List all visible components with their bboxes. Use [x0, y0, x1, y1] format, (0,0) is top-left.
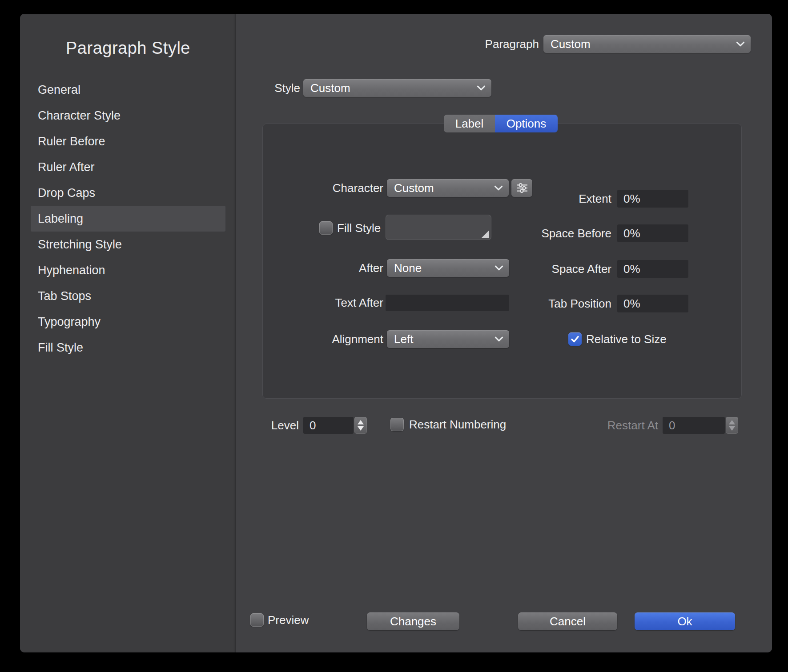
text-after-input[interactable] [386, 295, 509, 311]
alignment-label: Alignment [332, 330, 383, 348]
after-dropdown[interactable]: None [387, 259, 509, 277]
restart-numbering-checkbox[interactable] [390, 418, 404, 431]
sidebar-item-ruler-after[interactable]: Ruler After [31, 154, 225, 180]
paragraph-dropdown[interactable]: Custom [543, 35, 751, 53]
sidebar-item-fill-style[interactable]: Fill Style [31, 335, 225, 360]
sidebar-item-tab-stops[interactable]: Tab Stops [31, 283, 225, 309]
level-input[interactable]: 0 [303, 417, 354, 434]
preview-label: Preview [268, 611, 309, 629]
restart-at-stepper[interactable] [726, 417, 738, 434]
stepper-down-icon [729, 426, 735, 431]
character-settings-button[interactable] [511, 179, 532, 197]
space-before-input[interactable]: 0% [617, 224, 688, 242]
sidebar-item-typography[interactable]: Typography [31, 309, 225, 335]
sidebar-list: General Character Style Ruler Before Rul… [20, 77, 236, 360]
text-after-label: Text After [335, 294, 383, 312]
chevron-down-icon [493, 182, 504, 194]
chevron-down-icon [735, 38, 746, 50]
level-label: Level [271, 416, 299, 434]
character-dropdown[interactable]: Custom [387, 179, 509, 197]
sliders-icon [515, 181, 529, 195]
style-dropdown[interactable]: Custom [303, 79, 491, 97]
fill-style-swatch[interactable] [386, 215, 491, 240]
stepper-up-icon [358, 420, 364, 424]
alignment-dropdown[interactable]: Left [387, 330, 509, 348]
sidebar-item-general[interactable]: General [31, 77, 225, 103]
sidebar-item-hyphenation[interactable]: Hyphenation [31, 257, 225, 283]
restart-at-label: Restart At [607, 416, 658, 434]
after-dropdown-value: None [394, 261, 422, 275]
ok-button[interactable]: Ok [635, 612, 735, 630]
fill-style-checkbox[interactable] [319, 221, 333, 235]
paragraph-dropdown-value: Custom [551, 37, 591, 51]
alignment-dropdown-value: Left [394, 332, 413, 346]
relative-to-size-label: Relative to Size [586, 330, 667, 348]
sidebar: Paragraph Style General Character Style … [20, 14, 236, 652]
tab-options[interactable]: Options [495, 115, 558, 132]
sidebar-item-character-style[interactable]: Character Style [31, 103, 225, 128]
dialog-title: Paragraph Style [20, 39, 236, 58]
corner-popup-icon [482, 230, 489, 238]
sidebar-item-drop-caps[interactable]: Drop Caps [31, 180, 225, 206]
chevron-down-icon [493, 262, 505, 274]
extent-label: Extent [579, 190, 611, 208]
cancel-button[interactable]: Cancel [518, 612, 617, 630]
chevron-down-icon [475, 82, 487, 94]
extent-input[interactable]: 0% [617, 190, 688, 208]
tab-position-label: Tab Position [548, 295, 611, 312]
chevron-down-icon [493, 333, 505, 345]
style-dropdown-value: Custom [310, 81, 350, 95]
space-after-label: Space After [552, 260, 611, 278]
changes-button[interactable]: Changes [367, 612, 459, 630]
style-label: Style [274, 79, 300, 97]
restart-numbering-label: Restart Numbering [409, 416, 506, 433]
relative-to-size-checkbox[interactable] [568, 332, 582, 346]
after-label: After [359, 259, 383, 277]
sidebar-item-stretching-style[interactable]: Stretching Style [31, 232, 225, 257]
space-before-label: Space Before [541, 224, 611, 242]
space-after-input[interactable]: 0% [617, 260, 688, 278]
stepper-up-icon [729, 420, 735, 424]
paragraph-label: Paragraph [485, 35, 539, 53]
checkmark-icon [570, 334, 580, 344]
tab-label[interactable]: Label [444, 115, 495, 132]
sidebar-item-ruler-before[interactable]: Ruler Before [31, 128, 225, 154]
character-label: Character [333, 179, 383, 197]
tab-position-input[interactable]: 0% [617, 295, 688, 312]
level-stepper[interactable] [354, 417, 367, 434]
stepper-down-icon [358, 426, 364, 431]
paragraph-style-dialog: Paragraph Style General Character Style … [20, 14, 772, 652]
sidebar-item-labeling[interactable]: Labeling [31, 206, 225, 232]
restart-at-input[interactable]: 0 [663, 417, 725, 434]
fill-style-label: Fill Style [337, 219, 381, 237]
preview-checkbox[interactable] [250, 613, 264, 627]
character-dropdown-value: Custom [394, 181, 434, 195]
